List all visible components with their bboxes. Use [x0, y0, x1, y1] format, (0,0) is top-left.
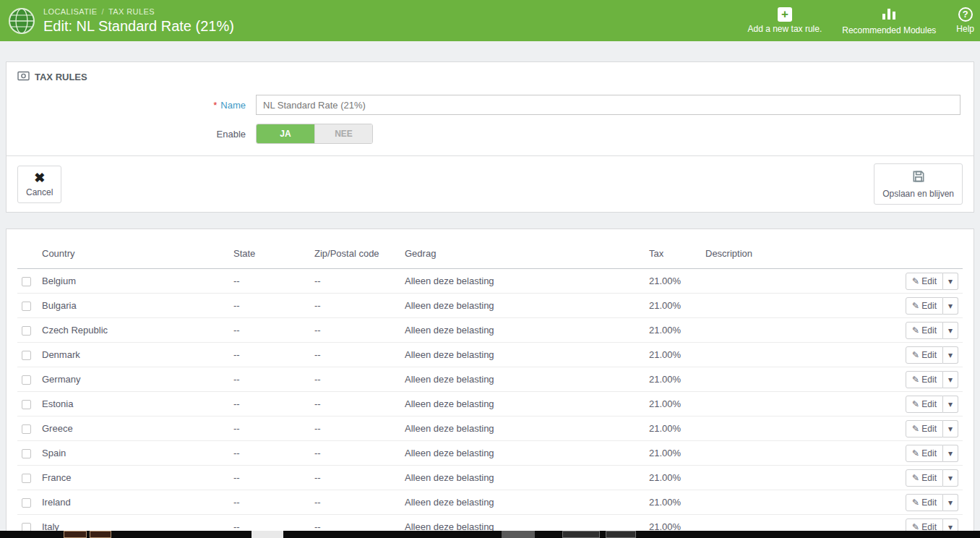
- row-actions: ✎ Edit ▾: [906, 420, 958, 437]
- os-taskbar[interactable]: [0, 531, 980, 538]
- cell-country: Belgium: [39, 269, 231, 294]
- taskbar-segment: [90, 531, 111, 538]
- enable-toggle-no[interactable]: NEE: [314, 124, 372, 143]
- cell-state: --: [231, 367, 311, 392]
- column-description: Description: [702, 245, 898, 269]
- top-header: LOCALISATIE / TAX RULES Edit: NL Standar…: [0, 0, 980, 41]
- breadcrumb-page[interactable]: TAX RULES: [108, 7, 155, 16]
- row-checkbox[interactable]: [22, 326, 31, 336]
- row-checkbox[interactable]: [22, 474, 31, 483]
- edit-pencil-icon: ✎: [912, 498, 919, 508]
- cell-zip: --: [311, 441, 402, 466]
- breadcrumb-separator: /: [102, 7, 104, 16]
- table-row: Germany -- -- Alleen deze belasting 21.0…: [17, 367, 963, 392]
- help-button[interactable]: ? Help: [956, 7, 974, 34]
- globe-icon: [7, 7, 36, 35]
- row-dropdown-button[interactable]: ▾: [943, 297, 958, 315]
- cell-behavior: Alleen deze belasting: [402, 490, 646, 515]
- cancel-button[interactable]: ✖ Cancel: [17, 166, 61, 203]
- cell-state: --: [231, 466, 311, 490]
- edit-label: Edit: [921, 399, 937, 409]
- row-actions: ✎ Edit ▾: [906, 371, 958, 388]
- cell-zip: --: [311, 417, 402, 441]
- row-dropdown-button[interactable]: ▾: [943, 322, 958, 339]
- cell-tax: 21.00%: [646, 269, 702, 294]
- cancel-label: Cancel: [26, 187, 53, 197]
- caret-down-icon: ▾: [948, 301, 953, 311]
- row-dropdown-button[interactable]: ▾: [943, 346, 958, 364]
- plus-icon: +: [778, 7, 792, 22]
- caret-down-icon: ▾: [948, 498, 953, 508]
- cell-country: Czech Republic: [39, 318, 231, 343]
- row-dropdown-button[interactable]: ▾: [943, 420, 958, 437]
- row-dropdown-button[interactable]: ▾: [943, 469, 958, 487]
- cell-behavior: Alleen deze belasting: [402, 269, 646, 294]
- row-dropdown-button[interactable]: ▾: [943, 445, 958, 462]
- header-actions: + Add a new tax rule. Recommended Module…: [748, 7, 976, 35]
- edit-button[interactable]: ✎ Edit: [906, 371, 943, 388]
- column-tax: Tax: [646, 245, 702, 269]
- table-row: Ireland -- -- Alleen deze belasting 21.0…: [17, 490, 963, 515]
- edit-pencil-icon: ✎: [912, 424, 919, 434]
- cell-description: [702, 466, 898, 490]
- edit-button[interactable]: ✎ Edit: [906, 469, 943, 487]
- recommended-modules-button[interactable]: Recommended Modules: [842, 7, 936, 35]
- row-dropdown-button[interactable]: ▾: [943, 371, 958, 388]
- taskbar-segment: [64, 531, 87, 538]
- cell-country: France: [39, 466, 231, 490]
- cell-tax: 21.00%: [646, 318, 702, 343]
- cell-tax: 21.00%: [646, 417, 702, 441]
- row-checkbox[interactable]: [22, 302, 31, 311]
- edit-button[interactable]: ✎ Edit: [906, 396, 943, 413]
- row-actions: ✎ Edit ▾: [906, 469, 958, 487]
- edit-button[interactable]: ✎ Edit: [906, 494, 943, 511]
- row-dropdown-button[interactable]: ▾: [943, 396, 958, 413]
- required-marker: *: [213, 100, 217, 111]
- row-checkbox[interactable]: [22, 351, 31, 360]
- row-checkbox[interactable]: [22, 449, 31, 458]
- cell-description: [702, 294, 898, 318]
- edit-pencil-icon: ✎: [912, 350, 919, 360]
- row-actions: ✎ Edit ▾: [906, 396, 958, 413]
- caret-down-icon: ▾: [948, 375, 953, 385]
- edit-label: Edit: [921, 276, 937, 286]
- edit-pencil-icon: ✎: [912, 473, 919, 483]
- edit-button[interactable]: ✎ Edit: [906, 420, 943, 437]
- panel-title-text: TAX RULES: [35, 72, 87, 82]
- table-row: Bulgaria -- -- Alleen deze belasting 21.…: [17, 294, 963, 318]
- enable-toggle: JA NEE: [256, 124, 373, 144]
- row-checkbox[interactable]: [22, 400, 31, 409]
- save-and-stay-button[interactable]: Opslaan en blijven: [874, 163, 963, 205]
- caret-down-icon: ▾: [948, 325, 953, 336]
- row-dropdown-button[interactable]: ▾: [943, 494, 958, 511]
- edit-pencil-icon: ✎: [912, 325, 919, 336]
- form-footer: ✖ Cancel Opslaan en blijven: [7, 155, 973, 212]
- edit-button[interactable]: ✎ Edit: [906, 322, 943, 339]
- enable-toggle-yes[interactable]: JA: [257, 124, 314, 143]
- edit-button[interactable]: ✎ Edit: [906, 297, 943, 315]
- edit-label: Edit: [921, 448, 937, 458]
- name-input[interactable]: [256, 95, 960, 115]
- breadcrumb-section[interactable]: LOCALISATIE: [43, 7, 98, 16]
- row-checkbox[interactable]: [22, 498, 31, 508]
- table-row: Estonia -- -- Alleen deze belasting 21.0…: [17, 392, 963, 417]
- add-new-tax-rule-button[interactable]: + Add a new tax rule.: [748, 7, 822, 34]
- edit-button[interactable]: ✎ Edit: [906, 346, 943, 364]
- cell-tax: 21.00%: [646, 343, 702, 367]
- edit-button[interactable]: ✎ Edit: [906, 445, 943, 462]
- row-dropdown-button[interactable]: ▾: [943, 273, 958, 290]
- tax-rules-form-panel: TAX RULES *Name Enable JA NEE ✖ Cancel: [6, 61, 974, 213]
- edit-label: Edit: [921, 473, 937, 483]
- column-country: Country: [39, 245, 231, 269]
- cell-zip: --: [311, 318, 402, 343]
- cell-zip: --: [311, 367, 402, 392]
- row-checkbox[interactable]: [22, 277, 31, 286]
- table-body: Belgium -- -- Alleen deze belasting 21.0…: [17, 269, 963, 538]
- cell-tax: 21.00%: [646, 367, 702, 392]
- row-checkbox[interactable]: [22, 424, 31, 434]
- edit-button[interactable]: ✎ Edit: [906, 273, 943, 290]
- cell-behavior: Alleen deze belasting: [402, 392, 646, 417]
- enable-field-row: Enable JA NEE: [7, 124, 973, 144]
- row-checkbox[interactable]: [22, 375, 31, 385]
- recommended-modules-icon: [881, 7, 897, 23]
